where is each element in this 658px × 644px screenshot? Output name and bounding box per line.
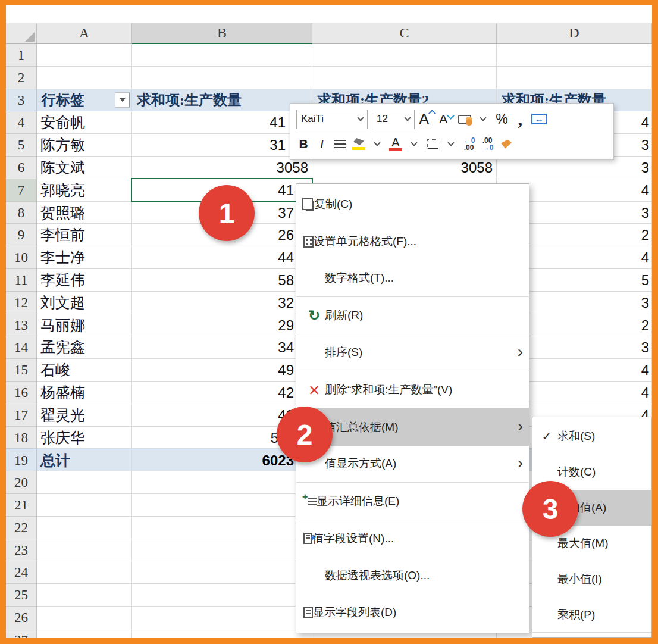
font-color-dropdown[interactable] xyxy=(407,133,421,155)
cell-a[interactable] xyxy=(37,471,132,494)
cell-a[interactable]: 孟宪鑫 xyxy=(37,336,132,359)
cell-b[interactable] xyxy=(132,44,312,67)
context-menu-item[interactable]: 数字格式(T)... xyxy=(296,260,529,297)
row-header[interactable]: 18 xyxy=(6,427,37,449)
cell-c[interactable]: 3058 xyxy=(312,157,497,179)
row-header[interactable]: 1 xyxy=(6,44,37,67)
comma-style-button[interactable]: , xyxy=(513,108,527,130)
merge-center-button[interactable] xyxy=(531,108,547,130)
row-header[interactable]: 14 xyxy=(6,336,37,359)
cell-b[interactable]: 32 xyxy=(132,292,312,314)
row-header[interactable]: 5 xyxy=(6,134,37,157)
column-header-d[interactable]: D xyxy=(497,23,652,44)
row-header[interactable]: 16 xyxy=(6,382,37,404)
row-header[interactable]: 25 xyxy=(6,584,37,607)
cell-a[interactable] xyxy=(37,561,132,584)
row-header[interactable]: 15 xyxy=(6,359,37,382)
row-header[interactable]: 23 xyxy=(6,539,37,562)
font-name-select[interactable]: KaiTi xyxy=(296,110,368,129)
cell-b[interactable] xyxy=(132,561,312,584)
context-menu-item[interactable]: 刷新(R) xyxy=(296,297,529,334)
borders-button[interactable] xyxy=(425,133,440,155)
cell-b[interactable]: 求和项:生产数量 xyxy=(132,89,312,112)
row-header[interactable]: 12 xyxy=(6,292,37,314)
cell-a[interactable] xyxy=(37,67,132,89)
submenu-item[interactable]: 求和(S) xyxy=(532,418,651,454)
cell-a[interactable]: 刘文超 xyxy=(37,292,132,314)
row-header[interactable]: 19 xyxy=(6,449,37,471)
bold-button[interactable]: B xyxy=(296,133,311,155)
row-header[interactable]: 4 xyxy=(6,111,37,134)
percent-style-button[interactable]: % xyxy=(494,108,509,130)
context-menu-item[interactable]: 删除“求和项:生产数量”(V) xyxy=(296,371,529,408)
row-header[interactable]: 17 xyxy=(6,404,37,427)
cell-b[interactable]: 44 xyxy=(132,246,312,269)
row-header[interactable]: 26 xyxy=(6,607,37,629)
row-header[interactable]: 22 xyxy=(6,517,37,539)
cell-a[interactable] xyxy=(37,607,132,629)
row-header[interactable]: 21 xyxy=(6,494,37,517)
increase-font-button[interactable]: A xyxy=(419,108,435,130)
filter-dropdown-button[interactable] xyxy=(115,92,130,107)
row-header[interactable]: 11 xyxy=(6,269,37,292)
cell-a[interactable]: 郭晓亮 xyxy=(37,179,132,202)
cell-a[interactable]: 陈文斌 xyxy=(37,157,132,179)
context-menu-item[interactable]: 复制(C) xyxy=(296,186,529,223)
cell-b[interactable]: 41 xyxy=(132,111,312,134)
cell-d[interactable] xyxy=(497,67,652,89)
cell-a[interactable] xyxy=(37,494,132,517)
row-header[interactable]: 6 xyxy=(6,157,37,179)
cell-b[interactable]: 31 xyxy=(132,134,312,157)
context-menu-item[interactable]: 设置单元格格式(F)... xyxy=(296,223,529,260)
cell-b[interactable]: 29 xyxy=(132,314,312,337)
cell-c[interactable] xyxy=(312,44,497,67)
cell-b[interactable] xyxy=(132,584,312,607)
row-header[interactable]: 8 xyxy=(6,202,37,224)
cell-b[interactable] xyxy=(132,607,312,629)
increase-decimal-button[interactable]: .00→0 xyxy=(481,133,495,155)
row-header[interactable]: 10 xyxy=(6,246,37,269)
row-header[interactable]: 20 xyxy=(6,471,37,494)
cell-a[interactable] xyxy=(37,629,132,638)
cell-a[interactable]: 贺照璐 xyxy=(37,202,132,224)
row-header[interactable]: 3 xyxy=(6,89,37,112)
format-painter-button[interactable] xyxy=(499,133,513,155)
cell-b[interactable]: 34 xyxy=(132,336,312,359)
cell-a[interactable] xyxy=(37,44,132,67)
accounting-format-dropdown[interactable] xyxy=(476,108,490,130)
fill-color-button[interactable] xyxy=(352,133,366,155)
context-menu-item[interactable]: 显示字段列表(D) xyxy=(296,594,529,631)
align-center-button[interactable] xyxy=(333,133,347,155)
column-header-c[interactable]: C xyxy=(312,23,497,44)
cell-b[interactable] xyxy=(132,471,312,494)
cell-b[interactable] xyxy=(132,539,312,562)
font-color-button[interactable]: A xyxy=(388,133,403,155)
cell-d[interactable] xyxy=(497,44,652,67)
accounting-format-button[interactable] xyxy=(458,108,472,130)
cell-a[interactable]: 李士净 xyxy=(37,246,132,269)
column-header-b[interactable]: B xyxy=(132,23,312,44)
cell-a[interactable]: 总计 xyxy=(37,449,132,471)
cell-a[interactable] xyxy=(37,517,132,539)
font-size-select[interactable]: 12 xyxy=(372,110,415,129)
cell-b[interactable] xyxy=(132,517,312,539)
cell-a[interactable]: 陈方敏 xyxy=(37,134,132,157)
cell-b[interactable] xyxy=(132,67,312,89)
cell-a[interactable] xyxy=(37,539,132,562)
fill-color-dropdown[interactable] xyxy=(370,133,384,155)
cell-a[interactable]: 马丽娜 xyxy=(37,314,132,337)
select-all-corner[interactable] xyxy=(6,23,37,44)
context-menu-item[interactable]: 值显示方式(A) xyxy=(296,446,529,483)
cell-a[interactable]: 石峻 xyxy=(37,359,132,382)
context-menu-item[interactable]: 排序(S) xyxy=(296,334,529,371)
cell-a[interactable]: 李延伟 xyxy=(37,269,132,292)
cell-a[interactable]: 翟灵光 xyxy=(37,404,132,427)
cell-b[interactable]: 42 xyxy=(132,382,312,404)
borders-dropdown[interactable] xyxy=(444,133,458,155)
cell-b[interactable]: 58 xyxy=(132,269,312,292)
row-header[interactable]: 27 xyxy=(6,629,37,638)
cell-a[interactable]: 行标签 xyxy=(37,89,132,112)
decrease-font-button[interactable]: A xyxy=(439,108,453,130)
context-menu-item[interactable]: 数据透视表选项(O)... xyxy=(296,557,529,594)
row-header[interactable]: 7 xyxy=(6,179,37,202)
